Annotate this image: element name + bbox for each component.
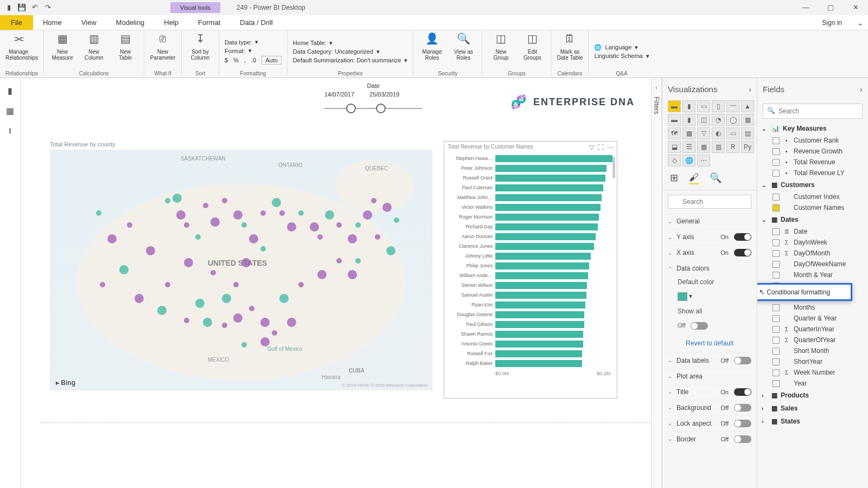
slider-thumb-end[interactable] — [376, 104, 386, 113]
format-title[interactable]: ⌄TitleOn — [668, 384, 751, 400]
maximize-icon[interactable]: ▢ — [818, 0, 843, 15]
bar-row[interactable]: Richard Day — [449, 222, 612, 231]
view-as-roles-button[interactable]: 🔍View as Roles — [450, 33, 476, 70]
line-chart-icon[interactable]: 〰 — [726, 100, 739, 112]
format-yaxis[interactable]: ⌄Y axisOn — [668, 229, 751, 245]
field-item[interactable]: Customer Index — [761, 191, 865, 202]
clustered-column-icon[interactable]: ▯ — [712, 100, 725, 112]
stacked-bar-icon[interactable]: ▬ — [668, 100, 681, 112]
multi-card-icon[interactable]: ▤ — [741, 127, 754, 139]
new-measure-button[interactable]: ▦New Measure — [49, 33, 75, 70]
field-item[interactable]: Month & Year — [761, 269, 865, 280]
revert-link[interactable]: Revert to default — [668, 334, 751, 352]
home-table-dropdown[interactable]: ▾ — [329, 40, 333, 47]
bar-row[interactable]: Douglas Greene — [449, 310, 612, 319]
decimal-icon[interactable]: .0 — [251, 57, 256, 63]
card-icon[interactable]: ▭ — [726, 127, 739, 139]
data-category-dropdown[interactable]: Data Category: Uncategorized — [293, 48, 373, 55]
field-item[interactable]: ▪Total Revenue LY — [761, 168, 865, 178]
new-table-button[interactable]: ▤New Table — [112, 33, 138, 70]
field-table[interactable]: ⌄▦Dates — [761, 213, 865, 226]
field-checkbox[interactable] — [773, 315, 780, 322]
help-chevron-icon[interactable]: ⌄ — [853, 18, 868, 27]
matrix-icon[interactable]: ▥ — [712, 141, 725, 153]
bar-row[interactable]: Paul Coleman — [449, 183, 612, 192]
field-checkbox[interactable] — [773, 228, 780, 235]
date-slicer[interactable]: Date 14/07/2017 25/03/2019 — [324, 82, 422, 114]
py-visual-icon[interactable]: Py — [741, 141, 754, 153]
percent-icon[interactable]: % — [233, 57, 239, 63]
field-checkbox[interactable] — [773, 261, 780, 268]
viz-icon[interactable]: ▬ — [668, 114, 681, 126]
slider-thumb-start[interactable] — [346, 104, 356, 113]
field-checkbox[interactable] — [773, 250, 780, 257]
viz-icon[interactable]: ▮ — [682, 114, 695, 126]
color-dropdown-icon[interactable]: ▾ — [689, 292, 692, 300]
field-item[interactable]: ShortYear — [761, 356, 865, 367]
default-color-swatch[interactable] — [678, 292, 687, 301]
field-checkbox[interactable] — [773, 380, 780, 387]
bar-row[interactable]: Stephen Howa… — [449, 154, 612, 163]
visual-tools-tab[interactable]: Visual tools — [170, 2, 220, 13]
context-menu-conditional-formatting[interactable]: ↖ Conditional formatting — [757, 283, 852, 301]
field-item[interactable]: ΣWeek Number — [761, 367, 865, 378]
sort-by-column-button[interactable]: ↧Sort by Column — [187, 33, 213, 70]
close-icon[interactable]: ✕ — [843, 0, 868, 15]
border-toggle[interactable] — [734, 435, 751, 443]
format-data-colors[interactable]: ⌃Data colors — [668, 260, 751, 276]
field-checkbox[interactable] — [773, 369, 780, 376]
gauge-icon[interactable]: ◐ — [712, 127, 725, 139]
field-checkbox[interactable] — [773, 239, 780, 246]
tab-format[interactable]: Format — [188, 15, 230, 30]
globe-icon[interactable]: 🌐 — [682, 155, 695, 166]
field-item[interactable]: 🗓Date — [761, 226, 865, 237]
bar-chart-visual[interactable]: Total Revenue by Customer Names ▽ ⛶ ⋯ St… — [444, 141, 617, 399]
model-view-icon[interactable]: ⫾ — [8, 126, 12, 136]
field-item[interactable]: ▪Revenue Growth — [761, 146, 865, 157]
field-checkbox[interactable] — [773, 358, 780, 365]
bar-row[interactable]: Russell Fox — [449, 349, 612, 358]
focus-mode-icon[interactable]: ⛶ — [597, 144, 604, 151]
bar-row[interactable]: Antonio Green — [449, 339, 612, 348]
bar-row[interactable]: Ralph Baker — [449, 359, 612, 368]
language-dropdown[interactable]: Language — [605, 44, 631, 50]
filters-pane-collapsed[interactable]: ‹ Filters — [651, 78, 662, 488]
analytics-icon[interactable]: 🔍 — [710, 172, 722, 184]
field-table[interactable]: ›▦States — [761, 415, 865, 428]
showall-toggle[interactable] — [691, 322, 708, 330]
edit-groups-button[interactable]: ◫Edit Groups — [519, 33, 545, 70]
bar-row[interactable]: Ryan Kim — [449, 300, 612, 309]
format-roller-icon[interactable]: 🖌 — [689, 172, 699, 184]
bar-row[interactable]: Matthew John… — [449, 193, 612, 202]
tab-view[interactable]: View — [72, 15, 106, 30]
field-table[interactable]: ›▦Products — [761, 389, 865, 402]
field-checkbox[interactable] — [773, 272, 780, 279]
new-column-button[interactable]: ▥New Column — [81, 33, 107, 70]
bar-row[interactable]: Shawn Ramos — [449, 330, 612, 338]
format-lock-aspect[interactable]: ⌄Lock aspectOff — [668, 415, 751, 431]
tab-home[interactable]: Home — [33, 15, 72, 30]
signin-link[interactable]: Sign in — [811, 19, 853, 27]
stacked-column-icon[interactable]: ▮ — [682, 100, 695, 112]
tab-help[interactable]: Help — [154, 15, 188, 30]
kpi-icon[interactable]: ⬓ — [668, 141, 681, 153]
xaxis-toggle[interactable] — [734, 249, 751, 256]
funnel-icon[interactable]: ▽ — [697, 127, 710, 139]
field-item[interactable]: ▪Customer Rank — [761, 135, 865, 146]
format-border[interactable]: ⌄BorderOff — [668, 431, 751, 447]
pie-chart-icon[interactable]: ◔ — [712, 114, 725, 126]
bar-row[interactable]: Aaron Duncan — [449, 232, 612, 241]
field-table[interactable]: ›▦Sales — [761, 402, 865, 415]
new-parameter-button[interactable]: ⎚New Parameter — [150, 33, 176, 70]
filter-icon[interactable]: ▽ — [589, 144, 594, 151]
bar-row[interactable]: Victor Watkins — [449, 203, 612, 211]
field-checkbox[interactable] — [773, 170, 780, 177]
comma-icon[interactable]: , — [244, 57, 246, 63]
r-visual-icon[interactable]: R — [726, 141, 739, 153]
tab-modeling[interactable]: Modeling — [106, 15, 155, 30]
collapse-viz-icon[interactable]: › — [749, 85, 751, 94]
area-chart-icon[interactable]: ▲ — [741, 100, 754, 112]
field-checkbox[interactable] — [773, 348, 780, 355]
clustered-bar-icon[interactable]: ▭ — [697, 100, 710, 112]
bar-row[interactable]: Samuel Austin — [449, 291, 612, 299]
